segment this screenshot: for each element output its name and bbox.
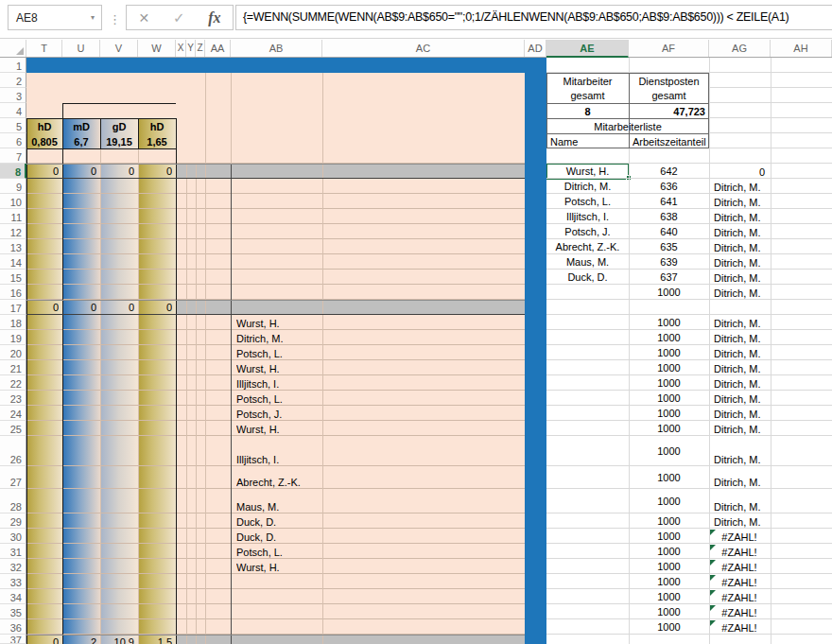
cell-AG8[interactable]: 0 [714,164,765,179]
row-header-19[interactable]: 19 [0,330,26,345]
cell-AB29[interactable]: Duck, D. [236,513,321,529]
row-header-21[interactable]: 21 [0,360,26,375]
row-header-33[interactable]: 33 [0,574,26,589]
cell-AF13[interactable]: 635 [629,239,709,254]
cell-AB27[interactable]: Abrecht, Z.-K. [236,466,321,489]
row-header-7[interactable]: 7 [0,148,26,164]
formula-bar[interactable]: {=WENN(SUMME(WENN(AB$9:AB$650="";0;1/ZÄH… [235,5,832,30]
column-header-AA[interactable]: AA [205,40,231,57]
cell-AF10[interactable]: 641 [629,194,709,209]
cell-AB31[interactable]: Potsch, L. [236,544,321,559]
separator-band-row8[interactable] [176,164,525,179]
row-header-34[interactable]: 34 [0,589,26,604]
cell-AG28[interactable]: Ditrich, M. [714,489,765,513]
cell-U37[interactable]: 2 [62,635,96,644]
cell-AG27[interactable]: Ditrich, M. [714,466,765,489]
column-header-AH[interactable]: AH [771,40,832,57]
cell-AF22[interactable]: 1000 [629,375,709,391]
column-header-U[interactable]: U [62,40,100,57]
cell-V8[interactable]: 0 [100,164,134,179]
cell-AB28[interactable]: Maus, M. [236,489,321,513]
cell-AF24[interactable]: 1000 [629,406,709,421]
cell-AF14[interactable]: 639 [629,254,709,270]
cell-AG33[interactable]: #ZAHL! [714,574,765,589]
cell-AE9[interactable]: Ditrich, M. [547,179,628,194]
cell-T37[interactable]: 0 [26,635,59,644]
cell-AF36[interactable]: 1000 [629,619,709,635]
cell-AE8[interactable]: Wurst, H. [547,164,628,179]
column-header-Y[interactable]: Y [186,40,196,57]
row-header-30[interactable]: 30 [0,529,26,544]
cell-AB20[interactable]: Potsch, L. [236,345,321,360]
row-header-12[interactable]: 12 [0,224,26,239]
row-header-25[interactable]: 25 [0,421,26,436]
row-header-31[interactable]: 31 [0,544,26,559]
cell-AE15[interactable]: Duck, D. [547,270,628,285]
cell-AB22[interactable]: Illjitsch, I. [236,375,321,391]
cancel-icon[interactable]: ✕ [138,10,149,26]
row-header-15[interactable]: 15 [0,270,26,285]
cell-AF9[interactable]: 636 [629,179,709,194]
cell-AF26[interactable]: 1000 [629,436,709,466]
row-header-2[interactable]: 2 [0,73,26,88]
name-box[interactable]: AE8 ▾ [8,5,102,30]
cell-T8[interactable]: 0 [26,164,59,179]
cell-AE10[interactable]: Potsch, L. [547,194,628,209]
cell-AF34[interactable]: 1000 [629,589,709,604]
cell-AG12[interactable]: Ditrich, M. [714,224,765,239]
cell-AF28[interactable]: 1000 [629,489,709,513]
cell-V37[interactable]: 10,9 [100,635,134,644]
column-header-Z[interactable]: Z [196,40,205,57]
column-header-AD[interactable]: AD [525,40,546,57]
cell-U6[interactable]: 6,7 [62,134,100,148]
cell-AF12[interactable]: 640 [629,224,709,239]
row-header-24[interactable]: 24 [0,406,26,421]
cell-AB21[interactable]: Wurst, H. [236,360,321,375]
row-header-29[interactable]: 29 [0,513,26,529]
cell-W8[interactable]: 0 [138,164,172,179]
cell-AB19[interactable]: Ditrich, M. [236,330,321,345]
cell-AF8[interactable]: 642 [629,164,709,179]
cell-AF18[interactable]: 1000 [629,315,709,330]
cell-AG19[interactable]: Ditrich, M. [714,330,765,345]
cell-T5[interactable]: hD [26,119,62,133]
cell-T17[interactable]: 0 [26,300,59,315]
row-header-9[interactable]: 9 [0,179,26,194]
cell-AB25[interactable]: Wurst, H. [236,421,321,436]
cell-AF21[interactable]: 1000 [629,360,709,375]
row-header-20[interactable]: 20 [0,345,26,360]
cell-AG21[interactable]: Ditrich, M. [714,360,765,375]
separator-band-row37[interactable] [176,635,525,644]
cell-AF31[interactable]: 1000 [629,544,709,559]
row-header-28[interactable]: 28 [0,489,26,513]
cell-AF32[interactable]: 1000 [629,559,709,574]
cell-AB26[interactable]: Illjitsch, I. [236,436,321,466]
row-header-13[interactable]: 13 [0,239,26,254]
cell-AG32[interactable]: #ZAHL! [714,559,765,574]
cell-AG20[interactable]: Ditrich, M. [714,345,765,360]
cell-AG36[interactable]: #ZAHL! [714,619,765,635]
row-header-6[interactable]: 6 [0,133,26,148]
select-all-button[interactable] [0,40,26,57]
cell-U5[interactable]: mD [62,119,100,133]
column-header-AG[interactable]: AG [709,40,771,57]
cell-AF33[interactable]: 1000 [629,574,709,589]
row-header-27[interactable]: 27 [0,466,26,489]
row-header-32[interactable]: 32 [0,559,26,574]
cell-U8[interactable]: 0 [62,164,96,179]
name-box-dropdown-icon[interactable]: ▾ [84,13,101,22]
cell-AG25[interactable]: Ditrich, M. [714,421,765,436]
cell-AF27[interactable]: 1000 [629,466,709,489]
cell-V6[interactable]: 19,15 [100,134,138,148]
cell-W5[interactable]: hD [138,119,176,133]
row-header-17[interactable]: 17 [0,300,26,315]
column-header-AE[interactable]: AE [546,40,629,58]
row-header-14[interactable]: 14 [0,254,26,270]
cell-AG23[interactable]: Ditrich, M. [714,391,765,406]
row-header-3[interactable]: 3 [0,88,26,103]
cell-V5[interactable]: gD [100,119,138,133]
cell-AE13[interactable]: Abrecht, Z.-K. [547,239,628,254]
insert-function-icon[interactable]: fx [208,9,220,26]
cell-AB30[interactable]: Duck, D. [236,529,321,544]
enter-icon[interactable]: ✓ [173,9,185,26]
